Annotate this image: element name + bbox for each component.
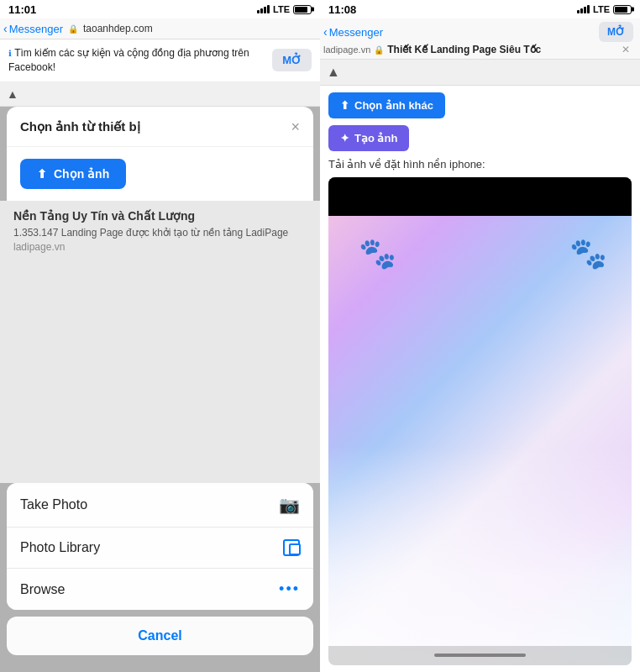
clouds-graphic bbox=[328, 446, 632, 665]
photo-library-item[interactable]: Photo Library bbox=[7, 528, 313, 569]
fb-banner: ℹ Tìm kiếm các sự kiện và cộng đồng địa … bbox=[0, 39, 320, 82]
choose-modal-close-button[interactable]: × bbox=[291, 118, 300, 136]
left-back-label: Messenger bbox=[9, 23, 63, 35]
right-nav-row2: ladipage.vn 🔒 Thiết Kế Landing Page Siêu… bbox=[323, 44, 633, 55]
right-toolbar-up[interactable]: ▲ bbox=[327, 65, 340, 80]
right-network-label: LTE bbox=[593, 4, 610, 14]
right-nav-bar: ‹ Messenger MỞ ladipage.vn 🔒 Thiết Kế La… bbox=[320, 18, 640, 60]
phone-bottom-bar bbox=[328, 646, 632, 665]
download-label: Tải ảnh về đặt hình nền iphone: bbox=[328, 158, 632, 171]
photo-library-label: Photo Library bbox=[20, 540, 100, 555]
modal-overlay: Chọn ảnh từ thiết bị × ⬆ Chọn ảnh Nền Tả… bbox=[0, 107, 320, 672]
network-label: LTE bbox=[273, 4, 290, 14]
wallpaper-background: 🐾 🐾 bbox=[328, 177, 632, 665]
browse-label: Browse bbox=[20, 582, 65, 597]
cancel-button[interactable]: Cancel bbox=[7, 617, 313, 655]
right-domain: ladipage.vn bbox=[323, 45, 370, 55]
right-close-button[interactable]: ✕ bbox=[618, 44, 633, 55]
right-panel: 11:08 LTE ‹ Messenger MỞ ladipage.vn bbox=[320, 0, 640, 672]
right-status-icons: LTE bbox=[577, 4, 632, 14]
right-status-bar: 11:08 LTE bbox=[320, 0, 640, 18]
left-page-content: 🔍 Kiểu 5 🔍 Kiểu 6 Upload ảnh bbox=[0, 107, 320, 672]
fb-banner-text: ℹ Tìm kiếm các sự kiện và cộng đồng địa … bbox=[8, 46, 265, 75]
choose-modal-body: ⬆ Chọn ảnh bbox=[7, 147, 313, 201]
paw-print-right: 🐾 bbox=[569, 236, 607, 271]
lock-icon-right: 🔒 bbox=[374, 45, 384, 55]
camera-icon: 📷 bbox=[279, 495, 300, 515]
star-icon-right: ✦ bbox=[340, 132, 349, 144]
right-page-heading: Thiết Kế Landing Page Siêu Tốc bbox=[387, 44, 615, 55]
right-time: 11:08 bbox=[328, 3, 356, 16]
home-indicator bbox=[434, 654, 525, 657]
take-photo-item[interactable]: Take Photo 📷 bbox=[7, 483, 313, 528]
lock-icon: 🔒 bbox=[68, 24, 78, 34]
choose-other-button[interactable]: ⬆ Chọn ảnh khác bbox=[328, 92, 445, 118]
left-status-bar: 11:01 LTE bbox=[0, 0, 320, 18]
paw-print-left: 🐾 bbox=[359, 236, 396, 271]
action-sheet-group: Take Photo 📷 Photo Library Browse ••• bbox=[7, 483, 313, 610]
choose-image-modal: Chọn ảnh từ thiết bị × ⬆ Chọn ảnh bbox=[7, 107, 313, 201]
wallpaper-preview: 🐾 🐾 bbox=[328, 177, 632, 665]
upload-icon-2: ⬆ bbox=[37, 167, 47, 181]
modal-bg-content: Nền Tảng Uy Tín và Chất Lượng 1.353.147 … bbox=[0, 201, 320, 483]
photo-library-icon bbox=[283, 539, 300, 556]
choose-modal-title: Chọn ảnh từ thiết bị bbox=[20, 119, 140, 134]
right-back-button[interactable]: ‹ Messenger bbox=[323, 25, 383, 39]
take-photo-label: Take Photo bbox=[20, 497, 87, 512]
browse-item[interactable]: Browse ••• bbox=[7, 569, 313, 610]
left-status-icons: LTE bbox=[257, 4, 312, 14]
toolbar-up-chevron[interactable]: ▲ bbox=[7, 87, 18, 101]
choose-modal-header: Chọn ảnh từ thiết bị × bbox=[7, 107, 313, 147]
modal-bg-title: Nền Tảng Uy Tín và Chất Lượng bbox=[13, 209, 307, 223]
phone-notch bbox=[419, 183, 540, 211]
action-sheet: Take Photo 📷 Photo Library Browse ••• bbox=[0, 483, 320, 672]
battery-icon bbox=[293, 5, 312, 14]
right-battery-icon bbox=[613, 5, 632, 14]
info-icon: ℹ bbox=[8, 49, 12, 58]
upload-icon-right: ⬆ bbox=[340, 99, 349, 112]
browse-icon: ••• bbox=[279, 580, 300, 598]
right-page-content: ⬆ Chọn ảnh khác ✦ Tạo ảnh Tải ảnh về đặt… bbox=[320, 86, 640, 672]
choose-modal-choose-button[interactable]: ⬆ Chọn ảnh bbox=[20, 159, 126, 189]
left-time: 11:01 bbox=[8, 3, 36, 16]
right-signal-icon bbox=[577, 5, 590, 13]
left-back-button[interactable]: ‹ Messenger bbox=[3, 22, 63, 35]
right-create-button[interactable]: ✦ Tạo ảnh bbox=[328, 125, 409, 151]
fb-open-button[interactable]: MỞ bbox=[272, 49, 312, 71]
modal-bg-link: ladipage.vn bbox=[13, 241, 307, 253]
right-nav-row1: ‹ Messenger MỞ bbox=[323, 22, 633, 42]
left-nav-bar: ‹ Messenger 🔒 taoanhdep.com bbox=[0, 18, 320, 39]
left-toolbar: ▲ bbox=[0, 82, 320, 107]
right-toolbar: ▲ bbox=[320, 60, 640, 86]
left-panel: 11:01 LTE ‹ Messenger 🔒 taoanhdep.com ℹ … bbox=[0, 0, 320, 672]
right-open-button[interactable]: MỞ bbox=[599, 22, 633, 42]
signal-icon bbox=[257, 5, 270, 13]
modal-bg-text: 1.353.147 Landing Page được khởi tạo từ … bbox=[13, 226, 307, 240]
left-url: taoanhdep.com bbox=[83, 23, 313, 34]
phone-notch-bar bbox=[328, 177, 632, 216]
